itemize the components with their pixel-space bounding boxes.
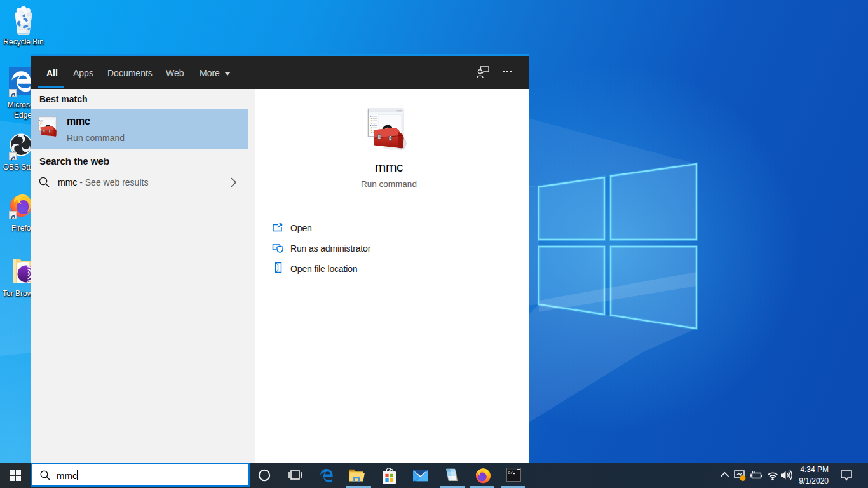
svg-text:C:\: C:\ — [508, 471, 515, 475]
